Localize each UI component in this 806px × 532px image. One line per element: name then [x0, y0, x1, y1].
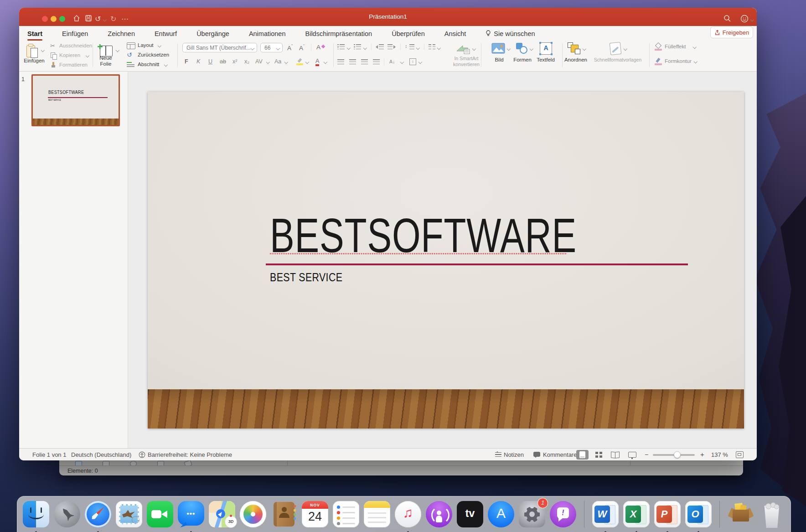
shape-fill-chevron-icon[interactable]: [693, 45, 697, 49]
dock-excel-icon[interactable]: X: [622, 500, 651, 529]
layout-chevron-icon[interactable]: [158, 44, 161, 47]
toolbar-stub-icon[interactable]: [130, 461, 137, 466]
strikethrough-button[interactable]: ab: [220, 58, 226, 65]
dock-appstore-icon[interactable]: A: [486, 500, 516, 529]
copy-chevron-icon[interactable]: [86, 54, 89, 57]
dock-powerpoint-icon[interactable]: P: [653, 500, 682, 529]
bullets-icon[interactable]: [340, 44, 345, 49]
reset-label[interactable]: Zurücksetzen: [138, 52, 169, 57]
section-label[interactable]: Abschnitt: [138, 62, 159, 67]
zoom-out-button[interactable]: −: [645, 451, 648, 458]
shape-fill-icon[interactable]: [655, 43, 662, 51]
tab-zeichnen[interactable]: Zeichnen: [108, 30, 135, 37]
arrange-chevron-icon[interactable]: [583, 47, 586, 51]
dock-mail-icon[interactable]: [114, 500, 144, 529]
toolbar-stub-icon[interactable]: [75, 461, 82, 466]
smartart-chevron-icon[interactable]: [472, 47, 476, 51]
dock-photos-icon[interactable]: [238, 500, 268, 529]
zoom-in-button[interactable]: +: [700, 450, 704, 458]
background-window[interactable]: Elemente: 0: [59, 459, 743, 475]
justify-icon[interactable]: [373, 59, 380, 64]
change-case-chevron-icon[interactable]: [284, 60, 288, 64]
zoom-level[interactable]: 137 %: [711, 451, 728, 458]
slide-title[interactable]: BESTSOFTWARE: [270, 211, 577, 259]
font-color-chevron-icon[interactable]: [324, 60, 327, 64]
dock-finder-icon[interactable]: [21, 500, 51, 529]
subscript-button[interactable]: x₂: [244, 58, 249, 65]
picture-chevron-icon[interactable]: [507, 47, 511, 51]
increase-indent-icon[interactable]: [388, 44, 393, 49]
dock-maps-icon[interactable]: 3D: [207, 500, 237, 529]
align-right-icon[interactable]: [361, 59, 368, 64]
dock-facetime-icon[interactable]: [145, 500, 175, 529]
shape-fill-label[interactable]: Fülleffekt: [665, 44, 686, 49]
clear-formatting-button[interactable]: A: [316, 44, 320, 51]
line-spacing-icon[interactable]: [409, 44, 414, 49]
fit-to-window-button[interactable]: [736, 451, 744, 458]
quick-styles-label[interactable]: Schnellformatvorlagen: [590, 57, 645, 63]
shapes-chevron-icon[interactable]: [530, 47, 533, 51]
superscript-button[interactable]: x²: [232, 58, 237, 65]
copy-label[interactable]: Kopieren: [59, 52, 80, 58]
zoom-slider-thumb[interactable]: [674, 451, 681, 458]
columns-icon[interactable]: [429, 44, 435, 49]
new-slide-button[interactable]: [98, 44, 113, 57]
dock-contacts-icon[interactable]: [269, 500, 299, 529]
dock-installer-box-icon[interactable]: [726, 500, 755, 529]
character-spacing-chevron-icon[interactable]: [266, 60, 270, 64]
align-left-icon[interactable]: [337, 59, 344, 64]
smartart-icon[interactable]: [456, 44, 470, 55]
highlight-chevron-icon[interactable]: [305, 60, 309, 64]
tab-sie-wuenschen[interactable]: Sie wünschen: [486, 30, 535, 37]
cut-label[interactable]: Ausschneiden: [59, 43, 92, 48]
text-direction-chevron-icon[interactable]: [400, 60, 404, 64]
scissors-icon[interactable]: ✂: [50, 43, 55, 49]
dock-launchpad-icon[interactable]: [52, 500, 82, 529]
align-center-icon[interactable]: [349, 59, 356, 64]
normal-view-button[interactable]: [576, 450, 589, 460]
highlight-color-icon[interactable]: [296, 58, 303, 65]
tab-ansicht[interactable]: Ansicht: [444, 30, 466, 37]
layout-icon[interactable]: [127, 42, 135, 49]
tab-ueberpruefen[interactable]: Überprüfen: [392, 30, 425, 37]
shape-outline-label[interactable]: Formkontur: [665, 58, 692, 64]
tab-bildschirmpraesentation[interactable]: Bildschirmpräsentation: [305, 30, 372, 37]
dock-podcasts-icon[interactable]: [424, 500, 454, 529]
grow-font-button[interactable]: Aˆ: [287, 44, 293, 52]
align-text-chevron-icon[interactable]: [418, 60, 422, 64]
decrease-indent-icon[interactable]: [379, 44, 384, 49]
arrange-button[interactable]: [568, 42, 580, 54]
textbox-label[interactable]: Textfeld: [531, 57, 560, 63]
font-name-select[interactable]: Gill Sans MT (Überschrif...: [182, 43, 257, 52]
search-icon[interactable]: [723, 15, 731, 22]
dock-appletv-icon[interactable]: tv: [455, 500, 485, 529]
slide-thumbnail[interactable]: BESTSOFTWARE BEST SERVICE: [31, 74, 120, 126]
dock-messages-icon[interactable]: •••: [176, 500, 206, 529]
reading-view-button-right[interactable]: [615, 451, 620, 458]
copy-icon[interactable]: [51, 52, 57, 59]
dock-system-preferences-icon[interactable]: 1: [517, 500, 547, 529]
dock-music-icon[interactable]: ♫: [393, 500, 423, 529]
quick-styles-icon[interactable]: [610, 42, 622, 55]
language-status[interactable]: Deutsch (Deutschland): [71, 451, 131, 458]
notes-toggle[interactable]: Notizen: [504, 451, 524, 458]
comments-toggle[interactable]: Kommentare: [543, 451, 577, 458]
line-spacing-chevron-icon[interactable]: [416, 46, 420, 50]
new-slide-chevron-icon[interactable]: [116, 48, 119, 52]
shape-outline-chevron-icon[interactable]: [694, 60, 698, 63]
format-painter-label[interactable]: Formatieren: [59, 62, 88, 67]
slide-subtitle[interactable]: BEST SERVICE: [270, 270, 342, 284]
toolbar-stub-icon[interactable]: [103, 461, 109, 466]
shrink-font-button[interactable]: Aˇ: [299, 44, 305, 52]
columns-chevron-icon[interactable]: [437, 46, 441, 50]
font-color-button[interactable]: A: [315, 58, 319, 66]
dock-safari-icon[interactable]: [83, 500, 113, 529]
dock-trash-icon[interactable]: [757, 500, 786, 529]
dock-outlook-icon[interactable]: O: [684, 500, 713, 529]
numbering-chevron-icon[interactable]: [363, 46, 367, 50]
quick-styles-chevron-icon[interactable]: [624, 47, 627, 51]
dock-calendar-icon[interactable]: NOV24: [300, 500, 330, 529]
tab-start[interactable]: Start: [27, 30, 42, 37]
format-painter-icon[interactable]: [50, 62, 56, 68]
smartart-label[interactable]: In SmartArtkonvertieren: [441, 56, 491, 67]
